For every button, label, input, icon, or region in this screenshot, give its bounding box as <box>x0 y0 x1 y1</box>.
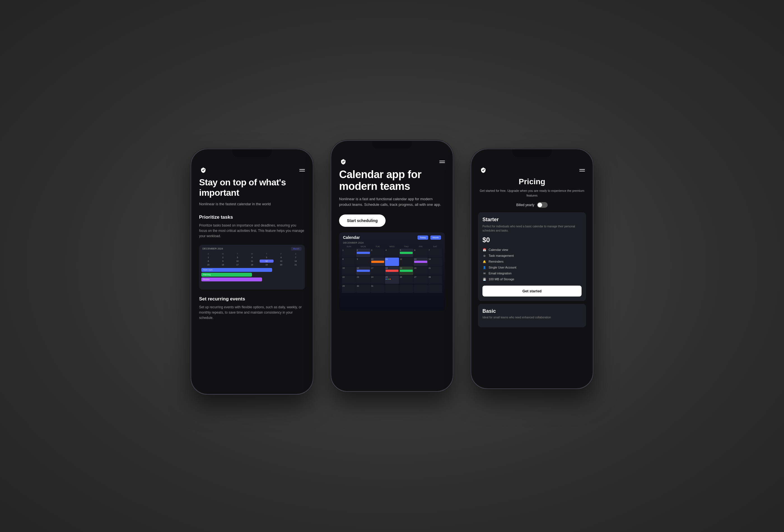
feature-email: ✉ Email integration <box>482 271 582 275</box>
starter-card: Starter Perfect for individuals who need… <box>478 212 586 301</box>
logo-center <box>339 158 347 166</box>
starter-features: 📅 Calendar view ⊘ Task management 🔔 Remi… <box>482 248 582 281</box>
phone-left: Stay on top of what's important Nonlinea… <box>190 148 314 395</box>
feature1-desc: Prioritize tasks based on importance and… <box>199 223 305 239</box>
storage-icon: 💾 <box>482 277 486 281</box>
user-icon: 👤 <box>482 265 486 269</box>
feature-storage: 💾 100 MB of Storage <box>482 277 582 281</box>
menu-right[interactable] <box>579 169 585 171</box>
logo-left <box>199 166 207 174</box>
hero-subtitle-left: Nonlinear is the fastest calendar in the… <box>199 201 305 207</box>
screen-left: Stay on top of what's important Nonlinea… <box>191 149 313 394</box>
nav-bar-left <box>191 163 313 177</box>
notch-right <box>512 149 552 157</box>
feature-task: ⊘ Task management <box>482 254 582 258</box>
basic-title: Basic <box>482 308 582 314</box>
basic-card: Basic Ideal for small teams who need enh… <box>478 304 586 327</box>
starter-desc: Perfect for individuals who need a basic… <box>482 224 582 233</box>
center-content: Calendar app for modern teams Nonlinear … <box>331 169 453 319</box>
notch-center <box>372 141 412 149</box>
notch-left <box>232 149 272 157</box>
hero-subtitle-center: Nonlinear is a fast and functional calen… <box>339 196 445 208</box>
billing-toggle-switch[interactable] <box>537 202 548 208</box>
screen-center: Calendar app for modern teams Nonlinear … <box>331 141 453 391</box>
phone-right: Pricing Get started for free. Upgrade wh… <box>470 148 594 389</box>
feature-calendar: 📅 Calendar view <box>482 248 582 252</box>
right-content: Pricing Get started for free. Upgrade wh… <box>471 177 593 337</box>
starter-price: $0 <box>482 236 582 244</box>
feature1-title: Prioritize tasks <box>199 215 305 220</box>
scene: Stay on top of what's important Nonlinea… <box>0 0 784 532</box>
left-content: Stay on top of what's important Nonlinea… <box>191 177 313 334</box>
logo-right <box>479 166 487 174</box>
pricing-title: Pricing <box>478 177 586 186</box>
cta-button[interactable]: Start scheduling <box>339 215 386 227</box>
feature2-desc: Set up recurring events with flexible op… <box>199 305 305 321</box>
feature-reminder: 🔔 Reminders <box>482 259 582 263</box>
reminder-icon: 🔔 <box>482 259 486 263</box>
billing-toggle[interactable]: Billed yearly <box>478 202 586 208</box>
calendar-screenshot: Calendar Today Month DECEMBER 2024 SUNMO… <box>339 232 445 311</box>
hero-title-center: Calendar app for modern teams <box>339 169 445 192</box>
hero-title-left: Stay on top of what's important <box>199 177 305 198</box>
screen-right: Pricing Get started for free. Upgrade wh… <box>471 149 593 388</box>
calendar-mockup-left: DECEMBER 2024 Month SMTWTFS 123 4567 891… <box>199 245 305 289</box>
calendar-icon: 📅 <box>482 248 486 252</box>
cs-title: Calendar <box>343 235 360 240</box>
menu-center[interactable] <box>439 161 445 163</box>
nav-bar-center <box>331 155 453 169</box>
basic-desc: Ideal for small teams who need enhanced … <box>482 315 582 319</box>
billing-label: Billed yearly <box>516 203 534 207</box>
pricing-header: Pricing Get started for free. Upgrade wh… <box>478 177 586 198</box>
menu-left[interactable] <box>299 169 305 171</box>
cs-month: DECEMBER 2024 <box>339 241 445 244</box>
phone-center: Calendar app for modern teams Nonlinear … <box>330 140 454 392</box>
feature2-title: Set recurring events <box>199 296 305 302</box>
feature-user: 👤 Single User Account <box>482 265 582 269</box>
email-icon: ✉ <box>482 271 486 275</box>
nav-bar-right <box>471 163 593 177</box>
starter-title: Starter <box>482 217 582 223</box>
starter-cta[interactable]: Get started <box>482 286 582 297</box>
pricing-subtitle: Get started for free. Upgrade when you a… <box>478 189 586 198</box>
task-icon: ⊘ <box>482 254 486 258</box>
